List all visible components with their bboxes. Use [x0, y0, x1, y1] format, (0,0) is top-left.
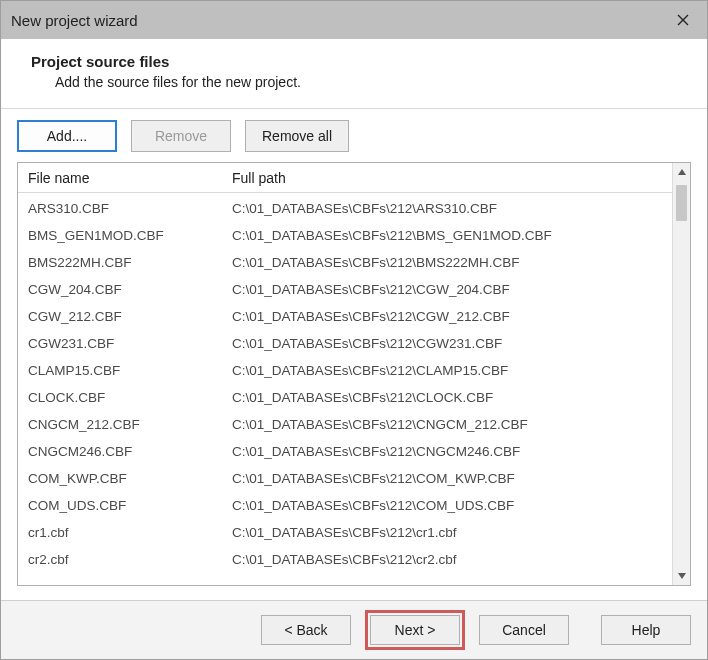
page-subtitle: Add the source files for the new project… — [31, 74, 689, 90]
wizard-header: Project source files Add the source file… — [1, 39, 707, 109]
help-button[interactable]: Help — [601, 615, 691, 645]
cell-filename: COM_UDS.CBF — [18, 498, 226, 513]
cell-filename: CGW231.CBF — [18, 336, 226, 351]
table-row[interactable]: BMS222MH.CBFC:\01_DATABASEs\CBFs\212\BMS… — [18, 249, 672, 276]
toolbar: Add.... Remove Remove all — [17, 120, 691, 152]
table-row[interactable]: CGW_212.CBFC:\01_DATABASEs\CBFs\212\CGW_… — [18, 303, 672, 330]
page-title: Project source files — [31, 53, 689, 70]
titlebar: New project wizard — [1, 1, 707, 39]
file-list-content: File name Full path ARS310.CBFC:\01_DATA… — [18, 163, 672, 585]
cell-filename: CNGCM246.CBF — [18, 444, 226, 459]
table-row[interactable]: BMS_GEN1MOD.CBFC:\01_DATABASEs\CBFs\212\… — [18, 222, 672, 249]
wizard-footer: < Back Next > Cancel Help — [1, 601, 707, 659]
vertical-scrollbar[interactable] — [672, 163, 690, 585]
cell-fullpath: C:\01_DATABASEs\CBFs\212\CGW231.CBF — [226, 336, 672, 351]
file-list: File name Full path ARS310.CBFC:\01_DATA… — [17, 162, 691, 586]
close-button[interactable] — [663, 5, 703, 35]
table-row[interactable]: CLAMP15.CBFC:\01_DATABASEs\CBFs\212\CLAM… — [18, 357, 672, 384]
column-headers: File name Full path — [18, 163, 672, 193]
scroll-up-icon[interactable] — [673, 163, 691, 181]
cell-fullpath: C:\01_DATABASEs\CBFs\212\CGW_204.CBF — [226, 282, 672, 297]
table-row[interactable]: CNGCM246.CBFC:\01_DATABASEs\CBFs\212\CNG… — [18, 438, 672, 465]
cell-fullpath: C:\01_DATABASEs\CBFs\212\ARS310.CBF — [226, 201, 672, 216]
cell-fullpath: C:\01_DATABASEs\CBFs\212\CLOCK.CBF — [226, 390, 672, 405]
cell-filename: cr2.cbf — [18, 552, 226, 567]
scroll-down-icon[interactable] — [673, 567, 691, 585]
table-row[interactable]: CGW_204.CBFC:\01_DATABASEs\CBFs\212\CGW_… — [18, 276, 672, 303]
remove-all-button[interactable]: Remove all — [245, 120, 349, 152]
scroll-thumb[interactable] — [676, 185, 687, 221]
cancel-button[interactable]: Cancel — [479, 615, 569, 645]
cell-fullpath: C:\01_DATABASEs\CBFs\212\CNGCM_212.CBF — [226, 417, 672, 432]
cell-filename: COM_KWP.CBF — [18, 471, 226, 486]
cell-filename: ARS310.CBF — [18, 201, 226, 216]
remove-button: Remove — [131, 120, 231, 152]
cell-filename: BMS_GEN1MOD.CBF — [18, 228, 226, 243]
cell-fullpath: C:\01_DATABASEs\CBFs\212\CLAMP15.CBF — [226, 363, 672, 378]
cell-filename: CGW_212.CBF — [18, 309, 226, 324]
cell-filename: CLAMP15.CBF — [18, 363, 226, 378]
cell-fullpath: C:\01_DATABASEs\CBFs\212\BMS222MH.CBF — [226, 255, 672, 270]
window-title: New project wizard — [11, 12, 138, 29]
column-header-fullpath[interactable]: Full path — [226, 170, 672, 186]
table-row[interactable]: COM_UDS.CBFC:\01_DATABASEs\CBFs\212\COM_… — [18, 492, 672, 519]
table-row[interactable]: ARS310.CBFC:\01_DATABASEs\CBFs\212\ARS31… — [18, 195, 672, 222]
next-button-highlight: Next > — [365, 610, 465, 650]
table-row[interactable]: COM_KWP.CBFC:\01_DATABASEs\CBFs\212\COM_… — [18, 465, 672, 492]
file-rows: ARS310.CBFC:\01_DATABASEs\CBFs\212\ARS31… — [18, 193, 672, 585]
wizard-window: New project wizard Project source files … — [0, 0, 708, 660]
cell-fullpath: C:\01_DATABASEs\CBFs\212\BMS_GEN1MOD.CBF — [226, 228, 672, 243]
cell-fullpath: C:\01_DATABASEs\CBFs\212\CGW_212.CBF — [226, 309, 672, 324]
table-row[interactable]: CNGCM_212.CBFC:\01_DATABASEs\CBFs\212\CN… — [18, 411, 672, 438]
cell-fullpath: C:\01_DATABASEs\CBFs\212\CNGCM246.CBF — [226, 444, 672, 459]
table-row[interactable]: CLOCK.CBFC:\01_DATABASEs\CBFs\212\CLOCK.… — [18, 384, 672, 411]
next-button[interactable]: Next > — [370, 615, 460, 645]
cell-filename: BMS222MH.CBF — [18, 255, 226, 270]
cell-fullpath: C:\01_DATABASEs\CBFs\212\cr2.cbf — [226, 552, 672, 567]
close-icon — [677, 14, 689, 26]
add-button[interactable]: Add.... — [17, 120, 117, 152]
cell-fullpath: C:\01_DATABASEs\CBFs\212\COM_UDS.CBF — [226, 498, 672, 513]
table-row[interactable]: cr1.cbfC:\01_DATABASEs\CBFs\212\cr1.cbf — [18, 519, 672, 546]
cell-fullpath: C:\01_DATABASEs\CBFs\212\COM_KWP.CBF — [226, 471, 672, 486]
cell-filename: cr1.cbf — [18, 525, 226, 540]
cell-filename: CGW_204.CBF — [18, 282, 226, 297]
cell-filename: CLOCK.CBF — [18, 390, 226, 405]
wizard-body: Add.... Remove Remove all File name Full… — [1, 109, 707, 601]
cell-fullpath: C:\01_DATABASEs\CBFs\212\cr1.cbf — [226, 525, 672, 540]
cell-filename: CNGCM_212.CBF — [18, 417, 226, 432]
table-row[interactable]: cr2.cbfC:\01_DATABASEs\CBFs\212\cr2.cbf — [18, 546, 672, 573]
table-row[interactable]: CGW231.CBFC:\01_DATABASEs\CBFs\212\CGW23… — [18, 330, 672, 357]
back-button[interactable]: < Back — [261, 615, 351, 645]
column-header-filename[interactable]: File name — [18, 170, 226, 186]
